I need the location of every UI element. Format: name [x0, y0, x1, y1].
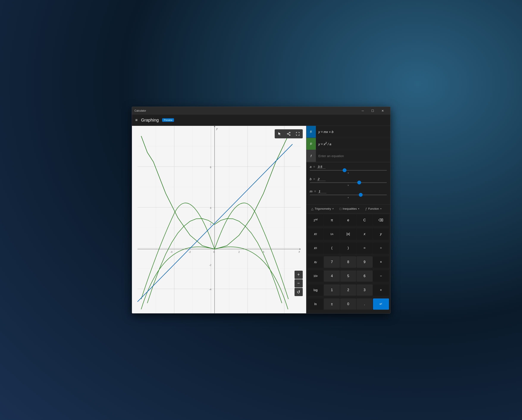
svg-text:-4: -4 — [209, 288, 211, 291]
key-plus-minus[interactable]: ± — [324, 299, 340, 310]
key-six[interactable]: 6 — [357, 270, 373, 282]
svg-text:-4: -4 — [170, 251, 172, 253]
eq-formula-f3[interactable]: Enter an equation — [316, 154, 390, 158]
tab-inequalities[interactable]: □ Inequalities ▾ — [338, 206, 361, 211]
variable-row-m: m = 1 ▾ — [310, 189, 387, 199]
key-multiply[interactable]: × — [373, 256, 389, 268]
func-arrow-icon: ▾ — [380, 208, 381, 210]
zoom-controls: + − ↺ — [294, 271, 303, 296]
key-abs[interactable]: |x| — [340, 228, 356, 240]
slider-container-a — [310, 170, 387, 171]
svg-text:4: 4 — [210, 206, 211, 209]
tab-func-label: Function — [368, 207, 379, 210]
key-clear[interactable]: C — [357, 215, 373, 226]
key-decimal[interactable]: . — [357, 299, 373, 310]
svg-text:2: 2 — [210, 223, 211, 225]
appbar: ≡ Graphing Preview — [132, 115, 390, 126]
key-backspace[interactable]: ⌫ — [373, 215, 389, 226]
var-header-m: m = 1 — [310, 189, 387, 193]
trig-arrow-icon: ▾ — [332, 208, 334, 210]
variable-row-a: a = 3.5 ▾ — [310, 165, 387, 174]
key-four[interactable]: 4 — [324, 270, 340, 282]
key-log[interactable]: log — [308, 285, 324, 296]
var-value-b: 2 — [317, 177, 326, 181]
var-value-a: 3.5 — [317, 165, 326, 169]
trig-icon: △ — [311, 207, 314, 210]
var-name-a: a — [310, 165, 312, 169]
equation-row-f3[interactable]: f Enter an equation — [306, 150, 390, 162]
calculator-window: Calculator ─ ☐ ✕ ≡ Graphing Preview — [132, 107, 391, 314]
var-value-m: 1 — [318, 189, 326, 193]
key-ten-power-x[interactable]: 10x — [308, 270, 324, 282]
key-second[interactable]: 2nd — [308, 215, 324, 226]
minimize-button[interactable]: ─ — [358, 107, 368, 115]
key-nine[interactable]: 9 — [357, 256, 373, 268]
var-name-b: b — [310, 177, 312, 181]
slider-m[interactable] — [310, 195, 387, 195]
key-close-paren[interactable]: ) — [340, 242, 356, 254]
key-var-y[interactable]: y — [373, 228, 389, 240]
cursor-tool-button[interactable] — [276, 130, 284, 137]
key-open-paren[interactable]: ( — [324, 242, 340, 254]
key-x-cubed[interactable]: x3 — [308, 242, 324, 254]
preview-badge: Preview — [162, 118, 174, 122]
key-equals[interactable]: = — [357, 242, 373, 254]
key-five[interactable]: 5 — [340, 270, 356, 282]
tab-trigonometry[interactable]: △ Trigonometry ▾ — [309, 206, 336, 211]
svg-text:0: 0 — [213, 251, 215, 253]
svg-text:6: 6 — [210, 166, 211, 168]
key-var-x[interactable]: x — [357, 228, 373, 240]
equation-placeholder: Enter an equation — [318, 154, 344, 158]
graph-toolbar — [275, 129, 303, 138]
zoom-out-button[interactable]: − — [294, 279, 303, 287]
slider-a[interactable] — [310, 170, 387, 171]
var-equals-a: = — [313, 165, 315, 169]
eq-color-tab-f3[interactable]: f — [306, 150, 316, 162]
share-tool-button[interactable] — [285, 130, 293, 137]
eq-color-tab-f1[interactable]: f1 — [306, 126, 316, 138]
tab-function[interactable]: ƒ Function ▾ — [363, 206, 384, 211]
svg-text:-2: -2 — [188, 251, 191, 253]
zoom-reset-button[interactable]: ↺ — [294, 288, 303, 296]
key-ln[interactable]: ln — [308, 299, 324, 310]
zoom-in-button[interactable]: + — [294, 271, 303, 279]
eq-formula-f2: y = x2 / a — [316, 142, 390, 146]
key-euler[interactable]: e — [340, 215, 356, 226]
tab-ineq-label: Inequalities — [343, 207, 357, 210]
ineq-arrow-icon: ▾ — [358, 208, 359, 210]
equation-row-f2[interactable]: f2 y = x2 / a — [306, 138, 390, 150]
slider-container-b — [310, 182, 387, 183]
key-x-power-y[interactable]: xy — [308, 256, 324, 268]
key-plus[interactable]: + — [373, 285, 389, 296]
key-three[interactable]: 3 — [357, 285, 373, 296]
var-equals-m: = — [314, 189, 316, 193]
key-enter[interactable]: ↵ — [373, 299, 389, 310]
close-button[interactable]: ✕ — [378, 107, 388, 115]
key-x-squared[interactable]: x2 — [308, 228, 324, 240]
key-two[interactable]: 2 — [340, 285, 356, 296]
var-name-m: m — [310, 189, 313, 193]
key-eight[interactable]: 8 — [340, 256, 356, 268]
svg-rect-5 — [137, 126, 300, 313]
tab-trig-label: Trigonometry — [315, 207, 331, 210]
key-one[interactable]: 1 — [324, 285, 340, 296]
key-reciprocal[interactable]: 1/x — [324, 228, 340, 240]
keyboard-area: △ Trigonometry ▾ □ Inequalities ▾ ƒ Func… — [306, 204, 390, 313]
key-divide[interactable]: ÷ — [373, 242, 389, 254]
key-zero[interactable]: 0 — [340, 299, 356, 310]
svg-point-0 — [289, 132, 290, 133]
svg-text:2: 2 — [238, 251, 239, 253]
key-pi[interactable]: π — [324, 215, 340, 226]
equation-list: f1 y = mx + b f2 y = x2 / a — [306, 126, 390, 162]
equation-row-f1[interactable]: f1 y = mx + b — [306, 126, 390, 138]
fullscreen-tool-button[interactable] — [294, 130, 302, 137]
maximize-button[interactable]: ☐ — [368, 107, 378, 115]
svg-point-2 — [287, 133, 288, 134]
key-seven[interactable]: 7 — [324, 256, 340, 268]
eq-color-tab-f2[interactable]: f2 — [306, 138, 316, 150]
graph-area: x y -4 -2 0 2 4 6 4 2 -2 -4 — [132, 126, 306, 313]
hamburger-icon[interactable]: ≡ — [135, 118, 138, 122]
key-minus[interactable]: − — [373, 270, 389, 282]
slider-b[interactable] — [310, 182, 387, 183]
keyboard-tabs: △ Trigonometry ▾ □ Inequalities ▾ ƒ Func… — [306, 204, 390, 213]
